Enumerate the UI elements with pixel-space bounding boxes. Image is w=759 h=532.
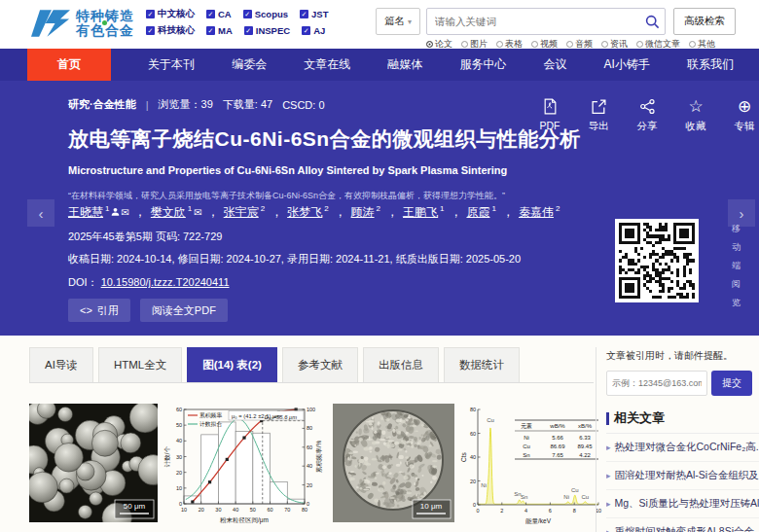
badge-ma: ✓MA (206, 24, 233, 37)
logo-green-dot (102, 20, 107, 25)
svg-text:4: 4 (524, 508, 527, 514)
tab-ai-guide[interactable]: AI导读 (29, 347, 93, 382)
author-link[interactable]: 张宇宸 (224, 205, 259, 219)
author-link[interactable]: 王鹏飞 (403, 205, 438, 219)
svg-text:10 μm: 10 μm (420, 502, 443, 511)
svg-text:Sn: Sn (521, 494, 527, 500)
figure-sem-particle[interactable]: 10 μm (333, 404, 454, 522)
search-field-selector[interactable]: 篇名▾ (376, 8, 420, 35)
badge-aj: ✓AJ (302, 24, 325, 37)
author: 张宇宸2 (224, 204, 266, 221)
author-link[interactable]: 秦嘉伟 (519, 205, 554, 219)
author-link[interactable]: 顾涛 (351, 205, 375, 219)
svg-text:20: 20 (199, 507, 204, 513)
checkbox-icon: ✓ (146, 26, 155, 35)
author-link[interactable]: 王晓慧 (68, 205, 103, 219)
article-actions: PDF 导出 分享 ☆ 收藏 ⊕ 专辑 (537, 98, 757, 133)
carousel-prev-button[interactable]: ‹ (27, 199, 54, 227)
svg-text:能量/keV: 能量/keV (525, 517, 552, 525)
album-button[interactable]: ⊕ 专辑 (732, 98, 757, 133)
author: 张梦飞2 (287, 204, 329, 221)
nav-item-contact[interactable]: 联系我们 (687, 49, 734, 81)
author: 顾涛2 (351, 204, 381, 221)
svg-text:Cu: Cu (582, 494, 590, 500)
nav-item-articles-online[interactable]: 文章在线 (304, 49, 350, 81)
pdf-button[interactable]: PDF (537, 98, 562, 133)
author: 王鹏飞1 (403, 204, 445, 221)
figure-eds-spectrum[interactable]: CuNiSnSnNiCuCu0204060800246810能量/keVCts元… (460, 404, 606, 527)
author-link[interactable]: 樊文欣 (151, 205, 186, 219)
svg-text:10: 10 (181, 507, 187, 513)
album-icon: ⊕ (738, 98, 751, 115)
svg-text:计数/个: 计数/个 (163, 445, 170, 467)
author-link[interactable]: 张梦飞 (287, 205, 322, 219)
nav-item-media[interactable]: 融媒体 (387, 49, 422, 81)
nav-item-service-center[interactable]: 服务中心 (459, 49, 506, 81)
share-button[interactable]: 分享 (634, 98, 660, 133)
svg-text:20: 20 (307, 482, 312, 488)
related-articles-list: ▸热处理对微合金化CoCrNiFe₂高... ▸固溶处理对耐热Al-Si合金组织… (606, 433, 759, 532)
svg-text:Ni: Ni (481, 482, 487, 488)
favorite-button[interactable]: ☆ 收藏 (683, 98, 708, 133)
search-input[interactable] (427, 16, 639, 27)
svg-text:Ni: Ni (563, 494, 569, 500)
article-tabs: AI导读 HTML全文 图(14) 表(2) 参考文献 出版信息 数据统计 (29, 347, 594, 383)
svg-text:40: 40 (176, 438, 182, 443)
nav-item-ai-assistant[interactable]: AI小铸手 (604, 49, 650, 81)
checkbox-icon: ✓ (206, 26, 215, 35)
tab-statistics[interactable]: 数据统计 (444, 347, 520, 382)
submit-button[interactable]: 提交 (711, 371, 752, 396)
citation-alert-text: 文章被引用时，请邮件提醒。 (606, 349, 759, 363)
article-meta: 研究·合金性能 | 浏览量：39 下载量: 47 CSCD: 0 (68, 97, 325, 112)
figure-sem-powder[interactable]: 50 μm (29, 404, 158, 522)
related-article-1[interactable]: ▸热处理对微合金化CoCrNiFe₂高... (606, 434, 759, 462)
related-article-2[interactable]: ▸固溶处理对耐热Al-Si合金组织及... (606, 462, 759, 490)
svg-text:8: 8 (573, 508, 576, 514)
checkbox-icon: ✓ (244, 26, 253, 35)
tab-figures-tables[interactable]: 图(14) 表(2) (187, 347, 277, 382)
carousel-next-button[interactable]: › (728, 199, 755, 227)
tab-html-fulltext[interactable]: HTML全文 (98, 347, 182, 382)
svg-text:30: 30 (176, 454, 182, 460)
nav-item-home[interactable]: 首页 (27, 49, 111, 81)
author-affiliation-sup: 1 (105, 204, 109, 213)
checkbox-icon: ✓ (146, 10, 155, 18)
doi-link[interactable]: 10.15980/j.tzzz.T20240411 (101, 276, 230, 288)
export-button[interactable]: 导出 (586, 98, 611, 133)
mobile-qr-code (615, 219, 699, 302)
svg-text:40: 40 (233, 507, 238, 513)
journal-logo[interactable]: 特种铸造 有色合金 (31, 7, 134, 40)
nav-item-conference[interactable]: 会议 (543, 49, 566, 81)
related-article-3[interactable]: ▸Mg、Si质量比与热处理对压铸Al... (606, 490, 759, 518)
svg-text:60: 60 (268, 507, 273, 513)
author-affiliation-sup: 1 (492, 204, 496, 213)
tab-publication-info[interactable]: 出版信息 (363, 347, 439, 382)
article-title-en: Microstructure and Properties of Cu-6Ni-… (68, 164, 507, 176)
svg-text:累积频率: 累积频率 (199, 412, 222, 418)
radio-icon (496, 41, 503, 48)
nav-item-about-journal[interactable]: 关于本刊 (148, 49, 195, 81)
doi-line: DOI： 10.15980/j.tzzz.T20240411 (68, 275, 230, 290)
downloads-count: 下载量: 47 (223, 97, 272, 112)
chevron-down-icon: ▾ (408, 18, 412, 26)
email-field[interactable] (606, 371, 707, 396)
figure-particle-size-histogram[interactable]: 0102030405060020406080100102030405060708… (163, 404, 327, 527)
svg-text:6.33: 6.33 (579, 435, 591, 441)
nav-item-editorial-board[interactable]: 编委会 (232, 49, 267, 81)
tab-references[interactable]: 参考文献 (282, 347, 358, 382)
cite-button[interactable]: <> 引用 (68, 299, 130, 322)
author: 秦嘉伟2 (519, 204, 560, 221)
star-icon: ☆ (688, 98, 703, 115)
svg-text:100: 100 (307, 407, 315, 412)
search-icon[interactable] (639, 15, 665, 29)
advanced-search-button[interactable]: 高级检索 (673, 8, 736, 35)
related-article-4[interactable]: ▸重熔时间对触变成形Al-8Si合金... (606, 518, 759, 532)
read-fulltext-pdf-button[interactable]: 阅读全文PDF (140, 299, 228, 322)
svg-text:40: 40 (307, 463, 312, 469)
svg-text:2: 2 (500, 508, 503, 514)
svg-text:0: 0 (476, 508, 479, 514)
arrow-icon: ▸ (606, 443, 611, 452)
article-highlight: “在材料科学领域，研究人员采用放电等离子技术制备Cu-6Ni-6Sn合金，有效抑… (68, 190, 505, 202)
badge-inspec: ✓INSPEC (244, 24, 290, 37)
author-link[interactable]: 原霞 (467, 205, 490, 219)
